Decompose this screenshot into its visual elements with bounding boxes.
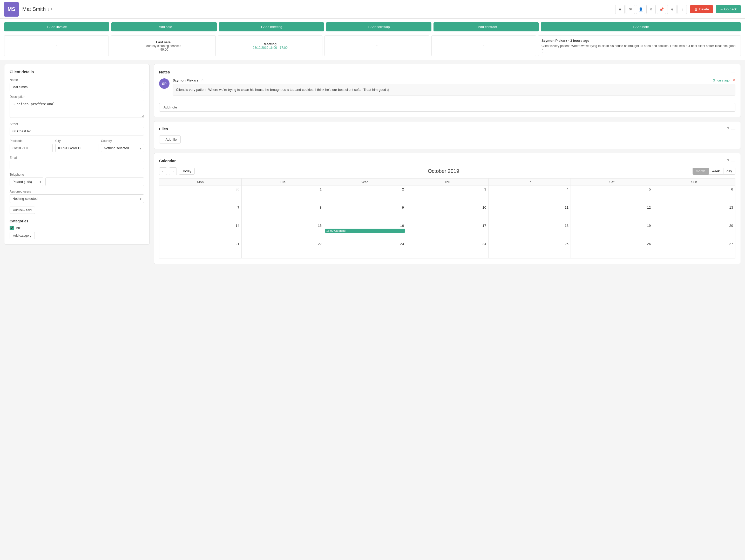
cal-header-mon: Mon xyxy=(159,178,242,186)
email-group: Email xyxy=(10,156,144,169)
cal-day-cell[interactable]: 8 xyxy=(242,204,324,222)
country-group: Country Nothing selected xyxy=(101,139,144,152)
edit-icon-btn[interactable]: ■ xyxy=(615,5,624,14)
calendar-help-icon[interactable]: ? xyxy=(727,159,729,163)
cal-day-cell[interactable]: 20 xyxy=(653,222,735,240)
add-contract-button[interactable]: + Add contract xyxy=(433,22,539,31)
add-meeting-button[interactable]: + Add meeting xyxy=(219,22,324,31)
cal-day-cell[interactable]: 1 xyxy=(242,186,324,204)
note-author-name: Szymon Piekarz xyxy=(173,78,198,82)
cal-day-cell[interactable]: 9 xyxy=(324,204,406,222)
cal-day-cell[interactable]: 21 xyxy=(159,240,242,258)
notes-collapse-icon[interactable]: — xyxy=(731,70,735,74)
cal-day-cell[interactable]: 18 xyxy=(489,222,571,240)
cal-day-number: 12 xyxy=(572,205,652,210)
cal-day-cell[interactable]: 13 xyxy=(653,204,735,222)
cal-day-cell[interactable]: 1616:00 Cleaning xyxy=(324,222,406,240)
cal-day-cell[interactable]: 26 xyxy=(571,240,653,258)
add-file-button[interactable]: ↑ Add file xyxy=(159,135,181,143)
cal-day-cell[interactable]: 10 xyxy=(406,204,489,222)
description-textarea[interactable]: Bussines proffesional xyxy=(10,100,144,118)
cal-day-cell[interactable]: 22 xyxy=(242,240,324,258)
add-note-button[interactable]: + Add note xyxy=(541,22,741,31)
phone-country-select[interactable]: Poland (+48) xyxy=(10,177,43,186)
note-star-icon[interactable]: ☆ xyxy=(201,78,204,82)
last-sale-card: Last sale Monthly cleaning services - 99… xyxy=(111,35,216,56)
cal-day-number: 20 xyxy=(654,223,734,228)
copy-icon-btn[interactable]: ⧉ xyxy=(646,5,656,14)
files-help-icon[interactable]: ? xyxy=(727,127,729,131)
cal-day-number: 26 xyxy=(572,241,652,246)
note-body: Szymon Piekarz ☆ 3 hours ago ✕ Client is… xyxy=(173,78,735,96)
cal-prev-button[interactable]: ‹ xyxy=(159,167,167,175)
cal-body: 301234567891011121314151616:00 Cleaning1… xyxy=(159,186,735,258)
cal-day-cell[interactable]: 7 xyxy=(159,204,242,222)
cal-day-cell[interactable]: 17 xyxy=(406,222,489,240)
name-input[interactable] xyxy=(10,83,144,91)
header: MS Mat Smith 🏷 ■ ✉ 👤 ⧉ 📌 🖨 ↑ 🗑 Delete ← … xyxy=(0,0,745,19)
add-sale-button[interactable]: + Add sale xyxy=(111,22,217,31)
followup-card: - xyxy=(324,35,429,56)
city-input[interactable] xyxy=(55,144,98,152)
cal-week-view-button[interactable]: week xyxy=(709,168,723,175)
summary-row: - Last sale Monthly cleaning services - … xyxy=(0,35,745,60)
postcode-input[interactable] xyxy=(10,144,53,152)
cal-day-cell[interactable]: 5 xyxy=(571,186,653,204)
cal-day-cell[interactable]: 12 xyxy=(571,204,653,222)
delete-button[interactable]: 🗑 Delete xyxy=(690,5,713,13)
add-followup-button[interactable]: + Add followup xyxy=(326,22,431,31)
note-summary-text: Client is very patient. Where we're tryi… xyxy=(542,43,738,53)
cal-day-number: 14 xyxy=(160,223,240,228)
cal-day-cell[interactable]: 30 xyxy=(159,186,242,204)
user-icon-btn[interactable]: 👤 xyxy=(636,5,645,14)
cal-day-cell[interactable]: 27 xyxy=(653,240,735,258)
cal-day-number: 22 xyxy=(243,241,323,246)
cal-day-cell[interactable]: 15 xyxy=(242,222,324,240)
cal-day-number: 8 xyxy=(243,205,323,210)
cal-day-cell[interactable]: 2 xyxy=(324,186,406,204)
tag-icon[interactable]: 🏷 xyxy=(48,7,52,12)
cal-day-number: 6 xyxy=(654,187,734,192)
cal-day-number: 1 xyxy=(243,187,323,192)
add-invoice-button[interactable]: + Add invoice xyxy=(4,22,109,31)
print-icon-btn[interactable]: 🖨 xyxy=(667,5,677,14)
cal-day-cell[interactable]: 19 xyxy=(571,222,653,240)
cal-day-cell[interactable]: 6 xyxy=(653,186,735,204)
cal-month-view-button[interactable]: month xyxy=(692,168,709,175)
cal-day-cell[interactable]: 24 xyxy=(406,240,489,258)
cal-event[interactable]: 16:00 Cleaning xyxy=(325,229,405,233)
cal-day-cell[interactable]: 4 xyxy=(489,186,571,204)
cal-day-cell[interactable]: 23 xyxy=(324,240,406,258)
street-label: Street xyxy=(10,122,144,126)
go-back-button[interactable]: ← Go back xyxy=(716,5,741,13)
assigned-users-select[interactable]: Nothing selected xyxy=(10,194,144,203)
email-icon-btn[interactable]: ✉ xyxy=(625,5,635,14)
pin-icon-btn[interactable]: 📌 xyxy=(657,5,666,14)
cal-today-button[interactable]: Today xyxy=(179,168,195,175)
street-input[interactable] xyxy=(10,127,144,135)
calendar-nav: ‹ › Today October 2019 month week day xyxy=(159,167,735,175)
notes-header: Notes — xyxy=(159,70,735,74)
cal-next-button[interactable]: › xyxy=(169,167,177,175)
calendar-collapse-icon[interactable]: — xyxy=(731,159,735,163)
files-collapse-icon[interactable]: — xyxy=(731,127,735,131)
cal-day-cell[interactable]: 14 xyxy=(159,222,242,240)
notes-controls: — xyxy=(731,70,735,74)
email-input[interactable] xyxy=(10,161,144,169)
cal-day-cell[interactable]: 25 xyxy=(489,240,571,258)
export-icon-btn[interactable]: ↑ xyxy=(678,5,687,14)
cal-day-number: 23 xyxy=(325,241,405,246)
cal-day-cell[interactable]: 3 xyxy=(406,186,489,204)
note-delete-icon[interactable]: ✕ xyxy=(733,78,735,82)
city-group: City xyxy=(55,139,98,152)
name-label: Name xyxy=(10,78,144,82)
add-field-button[interactable]: Add new field xyxy=(10,206,35,214)
cal-day-cell[interactable]: 11 xyxy=(489,204,571,222)
country-select[interactable]: Nothing selected xyxy=(101,144,144,152)
add-note-button[interactable]: Add note xyxy=(159,103,735,111)
notes-title: Notes xyxy=(159,70,170,74)
cal-day-view-button[interactable]: day xyxy=(723,168,735,175)
vip-checkbox[interactable] xyxy=(10,226,14,230)
phone-input[interactable] xyxy=(45,177,144,186)
add-category-button[interactable]: Add category xyxy=(10,232,35,239)
